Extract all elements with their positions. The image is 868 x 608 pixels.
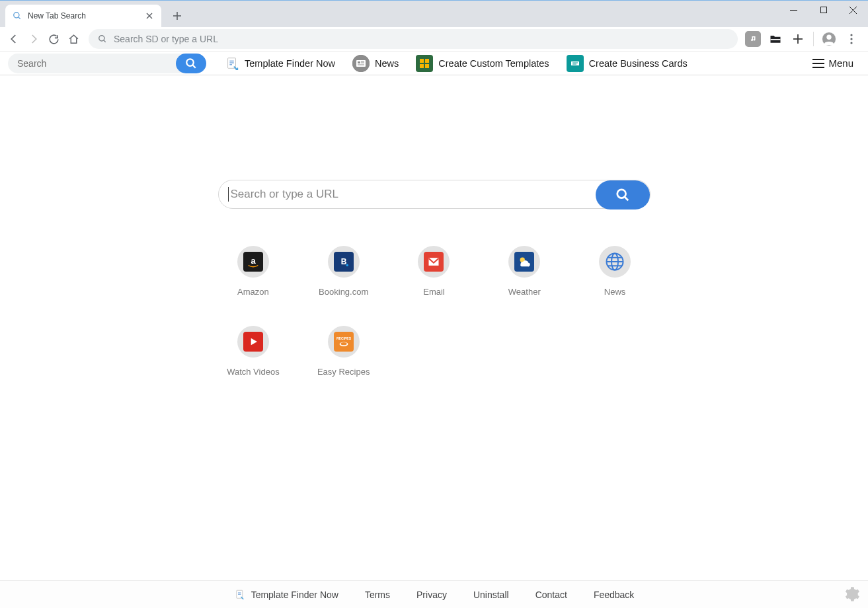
footer-link-label: Uninstall — [473, 589, 509, 600]
music-extension-icon[interactable] — [743, 29, 763, 49]
svg-point-16 — [826, 35, 831, 40]
folder-extension-icon[interactable] — [766, 29, 785, 49]
svg-point-10 — [99, 36, 104, 41]
reload-button[interactable] — [44, 29, 63, 49]
shortcut-videos[interactable]: Watch Videos — [218, 326, 289, 377]
shortcut-email[interactable]: Email — [399, 246, 469, 297]
card-icon — [567, 55, 584, 72]
svg-text:RECIPES: RECIPES — [336, 336, 351, 340]
shortcut-label: Weather — [508, 287, 541, 297]
shortcut-label: Watch Videos — [227, 367, 280, 377]
svg-point-47 — [346, 264, 348, 266]
separator — [813, 32, 814, 46]
footer-link-label: Privacy — [416, 589, 447, 600]
close-tab-icon[interactable] — [144, 11, 155, 21]
hamburger-icon — [812, 59, 824, 68]
svg-rect-37 — [571, 61, 579, 65]
footer-link-privacy[interactable]: Privacy — [416, 589, 447, 600]
add-extension-button[interactable] — [788, 29, 808, 49]
svg-text:B: B — [340, 257, 346, 266]
shortcut-label: Email — [423, 287, 445, 297]
search-icon — [98, 34, 107, 44]
profile-button[interactable] — [819, 29, 839, 49]
main-search-placeholder: Search or type a URL — [231, 188, 338, 201]
shortcut-label: Booking.com — [319, 287, 368, 297]
svg-rect-12 — [771, 39, 781, 40]
svg-line-1 — [19, 17, 20, 19]
home-button[interactable] — [63, 29, 83, 49]
maximize-button[interactable] — [809, 1, 838, 19]
toolbar-search-input[interactable]: Search — [8, 54, 206, 73]
footer-link-feedback[interactable]: Feedback — [594, 589, 634, 600]
menu-button[interactable]: Menu — [806, 57, 860, 69]
svg-point-17 — [850, 34, 852, 36]
booking-icon: B — [334, 252, 354, 272]
main-search-input[interactable]: Search or type a URL — [218, 180, 651, 209]
svg-line-11 — [104, 40, 106, 42]
svg-rect-35 — [425, 64, 429, 68]
shortcut-recipes[interactable]: RECIPES Easy Recipes — [308, 326, 379, 377]
svg-line-21 — [192, 65, 196, 68]
navbar-right — [743, 29, 864, 49]
svg-line-44 — [624, 197, 628, 201]
document-icon — [234, 589, 246, 601]
svg-point-0 — [14, 13, 19, 18]
svg-point-18 — [850, 38, 852, 40]
footer-link-template-finder[interactable]: Template Finder Now — [234, 589, 338, 601]
kebab-menu-button[interactable] — [842, 29, 861, 49]
omnibox[interactable]: Search SD or type a URL — [89, 29, 738, 49]
shortcut-label: Amazon — [237, 287, 269, 297]
toolbar-link-news[interactable]: News — [352, 55, 399, 72]
shortcut-booking[interactable]: B Booking.com — [308, 246, 379, 297]
tab-title: New Tab Search — [28, 11, 144, 20]
footer-link-uninstall[interactable]: Uninstall — [473, 589, 509, 600]
toolbar-link-label: News — [375, 58, 399, 69]
svg-point-19 — [850, 42, 852, 44]
email-icon — [424, 252, 444, 272]
footer-link-label: Feedback — [594, 589, 634, 600]
shortcut-news[interactable]: News — [580, 246, 651, 297]
svg-point-58 — [340, 342, 346, 345]
menu-label: Menu — [828, 57, 853, 69]
toolbar-link-business-cards[interactable]: Create Business Cards — [567, 55, 688, 72]
toolbar-search-button[interactable] — [176, 54, 206, 73]
shortcut-label: News — [604, 287, 626, 297]
extension-toolbar: Search Template Finder Now News Create C… — [0, 52, 868, 75]
forward-button[interactable] — [24, 29, 44, 49]
close-window-button[interactable] — [838, 1, 868, 19]
shortcut-weather[interactable]: Weather — [489, 246, 560, 297]
toolbar-link-custom-templates[interactable]: Create Custom Templates — [416, 55, 549, 72]
amazon-icon: a — [243, 252, 263, 272]
shortcut-label: Easy Recipes — [317, 367, 370, 377]
search-icon — [12, 11, 22, 21]
globe-icon — [605, 252, 625, 272]
toolbar-link-label: Create Custom Templates — [438, 58, 549, 69]
back-button[interactable] — [4, 29, 24, 49]
tab-strip: New Tab Search — [0, 0, 868, 27]
toolbar-link-template-finder[interactable]: Template Finder Now — [225, 56, 335, 71]
minimize-button[interactable] — [779, 1, 809, 19]
svg-rect-7 — [820, 7, 826, 13]
recipes-icon: RECIPES — [334, 332, 354, 352]
main-search-button[interactable] — [596, 180, 650, 209]
toolbar-search-placeholder: Search — [17, 58, 46, 69]
svg-text:a: a — [251, 256, 256, 266]
omnibox-placeholder: Search SD or type a URL — [114, 34, 218, 44]
svg-marker-55 — [251, 338, 257, 346]
footer-link-label: Template Finder Now — [251, 589, 338, 600]
toolbar-link-label: Create Business Cards — [589, 58, 688, 69]
browser-tab[interactable]: New Tab Search — [5, 5, 161, 27]
weather-icon — [514, 252, 534, 272]
news-icon — [352, 55, 370, 72]
shortcut-grid: a Amazon B Booking.com Email Weather — [218, 246, 651, 377]
toolbar-links: Template Finder Now News Create Custom T… — [225, 55, 806, 72]
footer-link-terms[interactable]: Terms — [365, 589, 390, 600]
svg-rect-32 — [420, 59, 424, 63]
main-content: Search or type a URL a Amazon B Booking.… — [0, 75, 868, 580]
footer-link-contact[interactable]: Contact — [535, 589, 567, 600]
shortcut-amazon[interactable]: a Amazon — [218, 246, 289, 297]
templates-icon — [416, 55, 433, 72]
settings-button[interactable] — [843, 586, 860, 603]
svg-rect-33 — [425, 59, 429, 63]
new-tab-button[interactable] — [168, 7, 186, 25]
